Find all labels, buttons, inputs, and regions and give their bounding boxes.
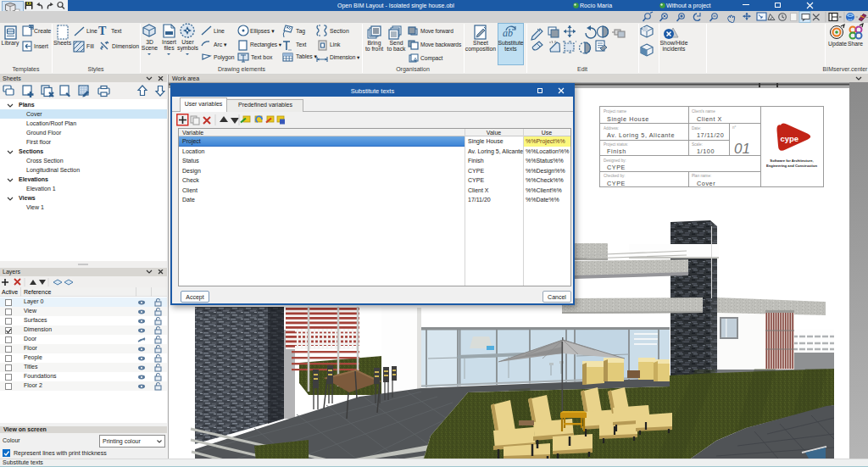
- svg-text:1/100: 1/100: [697, 147, 715, 155]
- svg-text:Engineering and Construction: Engineering and Construction: [766, 164, 817, 168]
- svg-text:Project status:: Project status:: [604, 142, 628, 147]
- svg-text:Address:: Address:: [604, 126, 619, 131]
- svg-text:Cover: Cover: [697, 180, 715, 187]
- svg-text:CYPE: CYPE: [607, 164, 626, 171]
- svg-text:Finish: Finish: [607, 147, 626, 155]
- svg-text:Software for Architecture,: Software for Architecture,: [770, 158, 813, 163]
- svg-text:01: 01: [734, 141, 750, 157]
- svg-text:Client's name: Client's name: [692, 109, 715, 114]
- svg-text:Client X: Client X: [697, 115, 722, 123]
- svg-text:Checked by:: Checked by:: [604, 174, 626, 178]
- svg-text:cype: cype: [781, 134, 799, 143]
- svg-text:17/11/20: 17/11/20: [697, 131, 724, 139]
- svg-text:Date:: Date:: [692, 126, 701, 131]
- svg-text:Scale:: Scale:: [692, 142, 703, 147]
- svg-text:n°: n°: [732, 125, 737, 130]
- svg-text:Plan name:: Plan name:: [692, 174, 711, 178]
- svg-text:CYPE: CYPE: [607, 180, 626, 187]
- svg-text:Project name: Project name: [604, 109, 627, 114]
- svg-text:Single House: Single House: [607, 115, 649, 123]
- svg-text:Av. Loring 5, Alicante: Av. Loring 5, Alicante: [607, 131, 675, 139]
- svg-text:Designed by:: Designed by:: [604, 158, 626, 163]
